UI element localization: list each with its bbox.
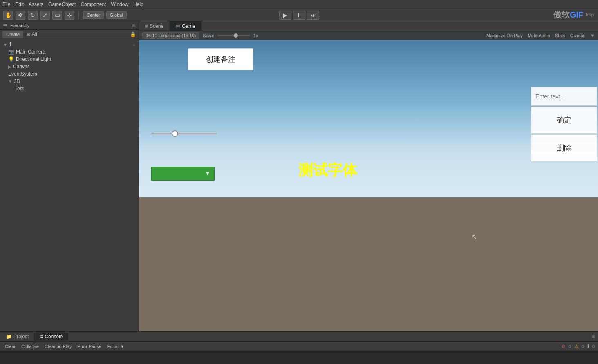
play-btn[interactable]: ▶ <box>279 11 291 20</box>
toolbar-right: 傲软GIF Insp. <box>553 9 595 20</box>
bottom-tabs: 📁 Project ≡ Console ⊞ <box>0 332 598 342</box>
hierarchy-item-eventsystem[interactable]: EventSystem <box>0 70 139 78</box>
hierarchy-item-3d[interactable]: ▼ 3D <box>0 78 139 85</box>
insp-label: Insp. <box>586 13 595 17</box>
project-tab-icon: 📁 <box>6 334 12 339</box>
delete-btn[interactable]: 删除 <box>531 134 597 161</box>
game-tab-icon: 🎮 <box>175 24 180 28</box>
step-btn[interactable]: ⏭ <box>307 11 319 20</box>
universal-tool-btn[interactable]: ⊹ <box>65 11 74 20</box>
watermark-text2: GIF <box>570 10 583 19</box>
move-tool-btn[interactable]: ✥ <box>16 11 25 20</box>
game-right-panel: 确定 删除 <box>531 87 597 162</box>
tab-project[interactable]: 📁 Project <box>0 333 34 341</box>
error-pause-btn[interactable]: Error Pause <box>76 344 103 349</box>
gizmos-arrow: ▼ <box>590 33 595 38</box>
global-btn[interactable]: Global <box>106 11 127 19</box>
bottom-pin-icon[interactable]: ⊞ <box>591 334 598 339</box>
create-note-btn[interactable]: 创建备注 <box>188 48 253 70</box>
game-text-label: 测试字体 <box>298 161 357 181</box>
scale-track <box>217 35 250 36</box>
all-label[interactable]: ⊕ All <box>27 31 37 37</box>
message-count-icon: ℹ <box>587 344 589 349</box>
slider-container <box>151 130 217 136</box>
bottom-area: 📁 Project ≡ Console ⊞ Clear Collapse Cle… <box>0 331 598 364</box>
game-viewport: 创建备注 ▼ 测试字体 确定 删除 ↖ <box>139 40 598 331</box>
menu-edit[interactable]: Edit <box>15 2 24 7</box>
rect-tool-btn[interactable]: ▭ <box>52 11 62 20</box>
warning-count-icon: ⚠ <box>574 344 578 349</box>
project-tab-label: Project <box>13 334 29 339</box>
confirm-btn[interactable]: 确定 <box>531 107 597 134</box>
ground <box>139 197 598 331</box>
hierarchy-item-directional-light[interactable]: 💡 Directional Light <box>0 56 139 63</box>
rotate-tool-btn[interactable]: ↻ <box>28 11 38 20</box>
menu-window[interactable]: Window <box>111 2 128 7</box>
game-dropdown-btn[interactable]: ▼ <box>151 167 215 181</box>
pause-btn[interactable]: ⏸ <box>293 11 305 20</box>
hierarchy-item-main-camera[interactable]: 📷 Main Camera <box>0 48 139 56</box>
game-tab-label: Game <box>182 23 195 29</box>
maximize-on-play[interactable]: Maximize On Play <box>486 33 523 38</box>
toolbar-separator-1 <box>78 11 79 19</box>
scale-label: Scale <box>203 33 214 38</box>
menu-assets[interactable]: Assets <box>29 2 43 7</box>
hierarchy-item-root[interactable]: ▼ 1 ≡ <box>0 41 139 48</box>
hierarchy-item-label: Main Camera <box>16 49 45 55</box>
aspect-btn[interactable]: 16:10 Landscape (16:10) <box>142 32 199 39</box>
console-tab-label: Console <box>45 334 63 339</box>
hierarchy-item-label: Canvas <box>13 64 30 69</box>
vp-right: Maximize On Play Mute Audio Stats Gizmos… <box>486 33 595 38</box>
collapse-btn[interactable]: Collapse <box>20 344 40 349</box>
stats[interactable]: Stats <box>555 33 565 38</box>
create-btn[interactable]: Create <box>2 31 23 38</box>
center-btn[interactable]: Center <box>83 11 104 19</box>
mute-audio[interactable]: Mute Audio <box>528 33 550 38</box>
editor-btn[interactable]: Editor ▼ <box>105 344 126 349</box>
collapse-arrow: ▼ <box>3 42 7 47</box>
menu-bar: File Edit Assets GameObject Component Wi… <box>0 0 598 9</box>
tab-scene[interactable]: ⊞ Scene <box>139 21 170 31</box>
game-slider[interactable] <box>151 133 217 134</box>
scale-tool-btn[interactable]: ⤢ <box>40 11 50 20</box>
message-count: 0 <box>592 344 595 349</box>
camera-icon: 📷 <box>8 49 14 55</box>
watermark: 傲软GIF <box>553 9 583 20</box>
hierarchy-icon: ☰ <box>3 23 7 28</box>
hierarchy-toolbar: Create ⊕ All 🔒 <box>0 30 139 39</box>
hierarchy-item-test[interactable]: Test <box>0 85 139 92</box>
center-area: ⊞ Scene 🎮 Game 16:10 Landscape (16:10) S… <box>139 21 598 331</box>
viewport-toolbar: 16:10 Landscape (16:10) Scale 1x Maximiz… <box>139 31 598 40</box>
light-icon: 💡 <box>8 56 14 62</box>
hierarchy-item-label: 3D <box>14 78 20 84</box>
main-layout: ☰ Hierarchy ⊞ Create ⊕ All 🔒 ▼ 1 ≡ 📷 Mai… <box>0 21 598 331</box>
hierarchy-item-label: EventSystem <box>8 71 37 77</box>
menu-file[interactable]: File <box>2 2 10 7</box>
hierarchy-list: ▼ 1 ≡ 📷 Main Camera 💡 Directional Light … <box>0 39 139 331</box>
hand-tool-btn[interactable]: ✋ <box>3 11 13 20</box>
menu-component[interactable]: Component <box>81 2 106 7</box>
hierarchy-panel: ☰ Hierarchy ⊞ Create ⊕ All 🔒 ▼ 1 ≡ 📷 Mai… <box>0 21 139 331</box>
hierarchy-title: Hierarchy <box>10 23 29 28</box>
scene-game-tabs: ⊞ Scene 🎮 Game <box>139 21 598 31</box>
toolbar: ✋ ✥ ↻ ⤢ ▭ ⊹ Center Global ▶ ⏸ ⏭ 傲软GIF In… <box>0 9 598 21</box>
menu-help[interactable]: Help <box>133 2 143 7</box>
watermark-text1: 傲软 <box>553 10 570 19</box>
hierarchy-item-canvas[interactable]: ▶ Canvas <box>0 63 139 70</box>
item-options: ≡ <box>133 42 135 47</box>
tab-game[interactable]: 🎮 Game <box>170 21 202 31</box>
lock-icon[interactable]: 🔒 <box>130 31 136 37</box>
pin-icon[interactable]: ⊞ <box>132 23 135 28</box>
tab-console[interactable]: ≡ Console <box>34 333 68 341</box>
collapse-arrow-3d: ▼ <box>8 79 12 84</box>
error-count-icon: ⊘ <box>562 344 565 349</box>
clear-on-play-btn[interactable]: Clear on Play <box>43 344 73 349</box>
menu-gameobject[interactable]: GameObject <box>48 2 76 7</box>
play-controls: ▶ ⏸ ⏭ <box>279 11 319 20</box>
clear-btn[interactable]: Clear <box>3 344 17 349</box>
hierarchy-item-label: 1 <box>9 42 12 47</box>
scene-tab-label: Scene <box>150 23 163 29</box>
game-text-input[interactable] <box>531 87 597 106</box>
gizmos[interactable]: Gizmos <box>570 33 585 38</box>
scene-tab-icon: ⊞ <box>145 24 148 28</box>
